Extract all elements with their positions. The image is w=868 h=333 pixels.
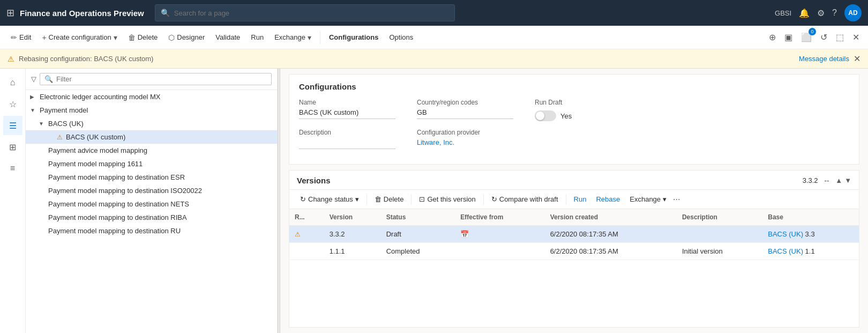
tree-item-label: Payment model mapping to destination ISO…	[48, 187, 202, 195]
versions-cmd-bar: ↻ Change status ▾ 🗑 Delete ⊡ Get this ve…	[289, 190, 859, 209]
tree-item[interactable]: ⚠BACS (UK custom)	[26, 130, 277, 144]
validate-button[interactable]: Validate	[211, 30, 244, 45]
versions-section: Versions 3.3.2 -- ▲ ▼ ↻ Change status ▾ …	[289, 170, 859, 328]
sidebar-grid-icon[interactable]: ⊞	[3, 137, 23, 157]
refresh-icon[interactable]: ↺	[818, 30, 829, 45]
tree-item[interactable]: ▶Electronic ledger accounting model MX	[26, 90, 277, 103]
nav-down-icon[interactable]: ▼	[844, 176, 851, 184]
tree-filter-icon[interactable]: ▽	[31, 75, 36, 83]
sidebar-star-icon[interactable]: ☆	[3, 94, 23, 114]
country-value: GB	[417, 108, 513, 119]
sidebar-icons: ⌂ ☆ ☰ ⊞ ≡	[0, 69, 26, 333]
cell-description: Initial version	[677, 243, 762, 260]
expand-icon[interactable]: ⬚	[834, 30, 846, 45]
message-details-link[interactable]: Message details	[799, 55, 849, 63]
compare-icon: ↻	[491, 195, 497, 203]
cell-status: Completed	[381, 243, 455, 260]
tree-item-label: Payment advice model mapping	[48, 146, 147, 154]
avatar[interactable]: AD	[844, 4, 862, 21]
col-header-r: R...	[289, 209, 324, 226]
run-draft-value: Yes	[560, 112, 572, 120]
sidebar-list-icon[interactable]: ☰	[3, 116, 23, 135]
tree-item-label: Payment model mapping 1611	[48, 160, 143, 168]
versions-table: R... Version Status Effective from Versi…	[289, 209, 859, 260]
tree-item-label: Payment model	[40, 106, 88, 114]
tree-item[interactable]: Payment model mapping to destination RU	[26, 224, 277, 238]
cell-base: BACS (UK) 1.1	[762, 243, 859, 260]
provider-link[interactable]: Litware, Inc.	[417, 138, 513, 146]
more-options-icon[interactable]: ···	[673, 195, 680, 204]
exchange-button[interactable]: Exchange ▾	[270, 30, 316, 45]
designer-button[interactable]: ⬡ Designer	[164, 30, 209, 45]
notifications-icon[interactable]: 🔔	[799, 8, 810, 18]
alert-close-button[interactable]: ✕	[854, 54, 860, 64]
configurations-button[interactable]: Configurations	[325, 30, 383, 45]
col-header-created: Version created	[545, 209, 677, 226]
versions-run-button[interactable]: Run	[571, 193, 590, 205]
tree-chevron-icon: ▼	[30, 107, 38, 113]
sidebar-report-icon[interactable]: ≡	[3, 159, 23, 178]
search-bar[interactable]: 🔍	[155, 4, 455, 21]
rebase-button[interactable]: Rebase	[593, 193, 623, 205]
cell-effective: 📅	[455, 226, 544, 243]
tree-item-label: Payment model mapping to destination RIB…	[48, 213, 187, 221]
help-icon[interactable]: ?	[832, 8, 837, 18]
sidebar-home-icon[interactable]: ⌂	[3, 73, 23, 92]
cell-created: 6/2/2020 08:17:35 AM	[545, 226, 677, 243]
tree-item[interactable]: Payment model mapping 1611	[26, 157, 277, 171]
table-row[interactable]: ⚠ 3.3.2 Draft 📅 6/2/2020 08:17:35 AM BAC…	[289, 226, 859, 243]
tree-item[interactable]: Payment model mapping to destination ISO…	[26, 184, 277, 197]
app-title: Finance and Operations Preview	[20, 9, 144, 18]
run-button[interactable]: Run	[246, 30, 268, 45]
run-draft-label: Run Draft	[535, 99, 631, 106]
edit-button[interactable]: ✏ Edit	[6, 30, 35, 45]
base-link[interactable]: BACS (UK)	[768, 230, 803, 238]
options-button[interactable]: Options	[385, 30, 417, 45]
tree-item[interactable]: Payment model mapping to destination NET…	[26, 197, 277, 211]
tree-content: ▶Electronic ledger accounting model MX▼P…	[26, 90, 277, 333]
base-link[interactable]: BACS (UK)	[768, 247, 803, 255]
delete-button[interactable]: 🗑 Delete	[124, 30, 162, 45]
filter-input[interactable]	[56, 75, 267, 83]
delete-icon: 🗑	[128, 33, 136, 42]
tree-item[interactable]: Payment model mapping to destination RIB…	[26, 211, 277, 224]
grid-icon[interactable]: ⊞	[6, 7, 14, 19]
change-status-button[interactable]: ↻ Change status ▾	[297, 193, 362, 205]
toggle-wrap: Yes	[535, 110, 631, 121]
settings-icon[interactable]: ⚙	[817, 8, 825, 18]
calendar-icon[interactable]: 📅	[460, 230, 469, 238]
table-row[interactable]: 1.1.1 Completed 6/2/2020 08:17:35 AM Ini…	[289, 243, 859, 260]
versions-header: Versions 3.3.2 -- ▲ ▼	[289, 171, 859, 190]
fields-row-2: Description Configuration provider Litwa…	[299, 129, 849, 149]
tree-warning-icon: ⚠	[57, 134, 63, 141]
versions-title: Versions	[297, 176, 800, 185]
filter-input-wrap[interactable]: 🔍	[40, 73, 272, 85]
search-input[interactable]	[174, 9, 449, 17]
tree-item[interactable]: Payment advice model mapping	[26, 144, 277, 157]
panel-icon[interactable]: ▣	[782, 30, 795, 45]
badge-icon[interactable]: ⬜ 0	[799, 30, 814, 45]
get-this-version-button[interactable]: ⊡ Get this version	[416, 193, 478, 205]
versions-dash: --	[825, 176, 829, 184]
run-draft-toggle[interactable]	[535, 110, 556, 121]
v-sep-2	[411, 194, 411, 205]
tree-panel: ▽ 🔍 ▶Electronic ledger accounting model …	[26, 69, 278, 333]
compare-with-draft-button[interactable]: ↻ Compare with draft	[488, 193, 562, 205]
nav-up-icon[interactable]: ▲	[835, 176, 842, 184]
close-icon[interactable]: ✕	[850, 30, 862, 45]
edit-icon: ✏	[11, 33, 17, 42]
filter-icon[interactable]: ⊕	[767, 30, 778, 45]
top-bar-actions: GBSI 🔔 ⚙ ? AD	[775, 4, 862, 21]
create-configuration-button[interactable]: + Create configuration ▾	[38, 30, 121, 45]
tree-item-label: Payment model mapping to destination RU	[48, 227, 181, 235]
tree-item[interactable]: Payment model mapping to destination ESR	[26, 171, 277, 184]
versions-delete-button[interactable]: 🗑 Delete	[371, 193, 407, 205]
main-layout: ⌂ ☆ ☰ ⊞ ≡ ▽ 🔍 ▶Electronic ledger account…	[0, 69, 868, 333]
run-draft-field: Run Draft Yes	[535, 99, 631, 121]
versions-exchange-button[interactable]: Exchange ▾	[626, 193, 670, 205]
right-icons: ⊕ ▣ ⬜ 0 ↺ ⬚ ✕	[767, 30, 862, 45]
v-delete-icon: 🗑	[375, 195, 381, 203]
tree-item[interactable]: ▼Payment model	[26, 103, 277, 117]
name-label: Name	[299, 99, 395, 106]
tree-item[interactable]: ▼BACS (UK)	[26, 117, 277, 130]
